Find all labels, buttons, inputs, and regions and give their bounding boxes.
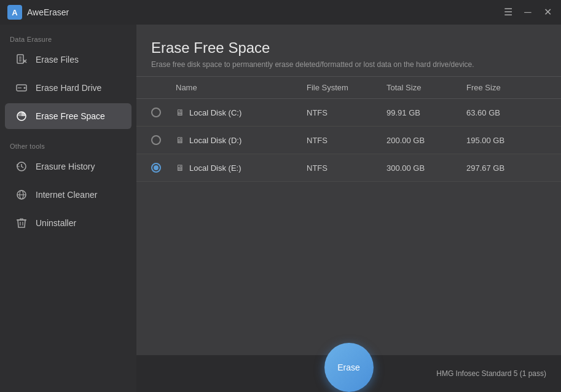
- erase-free-space-icon: [15, 109, 28, 123]
- radio-cell-d[interactable]: [151, 135, 176, 145]
- page-title: Erase Free Space: [151, 39, 546, 57]
- main-layout: Data Erasure Erase Files: [0, 25, 561, 392]
- table-row[interactable]: 🖥 Local Disk (C:) NTFS 99.91 GB 63.60 GB: [136, 99, 561, 127]
- sidebar-item-uninstaller[interactable]: Uninstaller: [5, 210, 131, 236]
- col-header-free: Free Size: [466, 83, 546, 92]
- title-bar: A AweEraser ☰ ─ ✕: [0, 0, 561, 25]
- sidebar-item-erase-free-space[interactable]: Erase Free Space: [5, 103, 131, 129]
- minimize-button[interactable]: ─: [522, 6, 534, 18]
- sidebar-section-data-erasure: Data Erasure: [0, 29, 136, 45]
- erase-hard-drive-icon: [15, 81, 28, 95]
- sidebar: Data Erasure Erase Files: [0, 25, 136, 392]
- sidebar-item-erasure-history[interactable]: Erasure History: [5, 154, 131, 179]
- sidebar-item-erase-files[interactable]: Erase Files: [5, 47, 131, 73]
- col-header-total: Total Size: [386, 83, 466, 92]
- free-d: 195.00 GB: [466, 136, 546, 145]
- radio-e[interactable]: [151, 163, 161, 173]
- content-header: Erase Free Space Erase free disk space t…: [136, 25, 561, 77]
- total-c: 99.91 GB: [386, 108, 466, 117]
- free-e: 297.67 GB: [466, 163, 546, 173]
- free-c: 63.60 GB: [466, 108, 546, 117]
- disk-icon-c: 🖥: [176, 108, 184, 117]
- sidebar-item-erasure-history-label: Erasure History: [36, 162, 95, 171]
- page-subtitle: Erase free disk space to permanently era…: [151, 60, 546, 69]
- sidebar-section-other-tools: Other tools: [0, 136, 136, 152]
- erase-button[interactable]: Erase: [324, 343, 374, 392]
- radio-d[interactable]: [151, 135, 161, 145]
- table-header: Name File System Total Size Free Size: [136, 77, 561, 99]
- radio-c[interactable]: [151, 108, 161, 117]
- content-area: Erase Free Space Erase free disk space t…: [136, 25, 561, 392]
- sidebar-item-internet-cleaner[interactable]: Internet Cleaner: [5, 182, 131, 208]
- total-e: 300.00 GB: [386, 163, 466, 173]
- disk-label-e: Local Disk (E:): [189, 163, 241, 173]
- disk-icon-e: 🖥: [176, 163, 184, 173]
- disk-table: Name File System Total Size Free Size 🖥 …: [136, 77, 561, 355]
- close-button[interactable]: ✕: [541, 6, 554, 18]
- col-header-filesystem: File System: [307, 83, 386, 92]
- disk-icon-d: 🖥: [176, 135, 184, 145]
- disk-label-c: Local Disk (C:): [189, 108, 241, 117]
- disk-name-c: 🖥 Local Disk (C:): [176, 108, 307, 117]
- erasure-history-icon: [15, 160, 28, 173]
- menu-button[interactable]: ☰: [502, 6, 514, 18]
- filesystem-d: NTFS: [307, 136, 386, 145]
- app-title: AweEraser: [27, 7, 502, 17]
- window-controls: ☰ ─ ✕: [502, 6, 554, 18]
- sidebar-item-erase-free-space-label: Erase Free Space: [36, 111, 105, 121]
- disk-name-d: 🖥 Local Disk (D:): [176, 135, 307, 145]
- sidebar-item-uninstaller-label: Uninstaller: [36, 218, 76, 228]
- footer: Erase HMG Infosec Standard 5 (1 pass): [136, 355, 561, 392]
- total-d: 200.00 GB: [386, 136, 466, 145]
- disk-name-e: 🖥 Local Disk (E:): [176, 163, 307, 173]
- sidebar-item-erase-files-label: Erase Files: [36, 55, 79, 65]
- radio-cell-c[interactable]: [151, 108, 176, 117]
- radio-cell-e[interactable]: [151, 163, 176, 173]
- internet-cleaner-icon: [15, 188, 28, 202]
- sidebar-item-erase-hard-drive-label: Erase Hard Drive: [36, 83, 101, 93]
- erase-files-icon: [15, 53, 28, 66]
- filesystem-c: NTFS: [307, 108, 386, 117]
- svg-point-9: [24, 87, 26, 89]
- svg-text:A: A: [12, 8, 18, 17]
- uninstaller-icon: [15, 216, 28, 230]
- sidebar-item-internet-cleaner-label: Internet Cleaner: [36, 190, 97, 200]
- col-header-name: Name: [176, 83, 307, 92]
- app-logo: A: [7, 5, 22, 20]
- disk-label-d: Local Disk (D:): [189, 136, 241, 145]
- table-row[interactable]: 🖥 Local Disk (D:) NTFS 200.00 GB 195.00 …: [136, 127, 561, 154]
- table-row[interactable]: 🖥 Local Disk (E:) NTFS 300.00 GB 297.67 …: [136, 154, 561, 182]
- footer-status: HMG Infosec Standard 5 (1 pass): [436, 369, 546, 378]
- sidebar-item-erase-hard-drive[interactable]: Erase Hard Drive: [5, 75, 131, 101]
- filesystem-e: NTFS: [307, 163, 386, 173]
